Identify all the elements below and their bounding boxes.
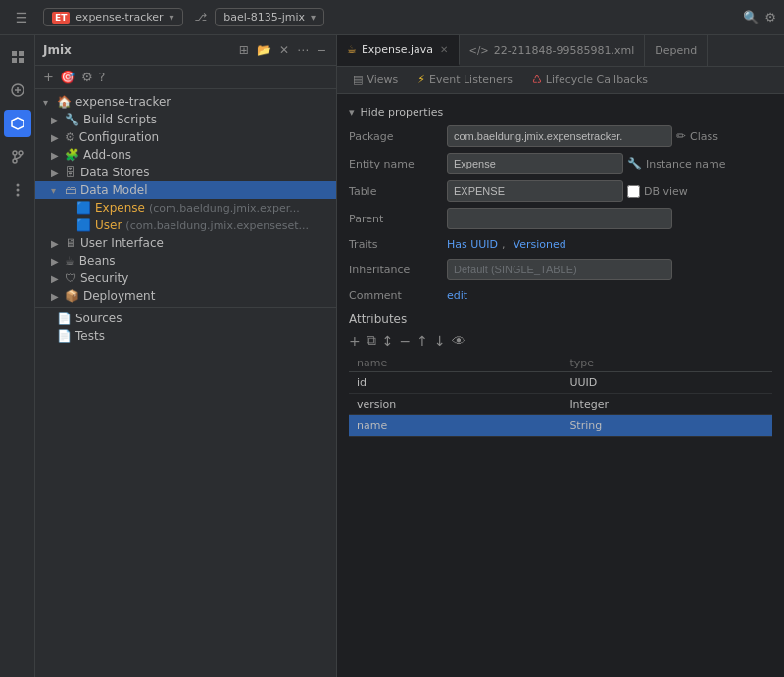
tab-expense-java[interactable]: ☕ Expense.java ✕ <box>337 35 460 66</box>
attr-add-btn[interactable]: + <box>349 333 361 349</box>
attr-copy-btn[interactable]: ⧉ <box>367 332 376 349</box>
tree-locate-btn[interactable]: 🎯 <box>60 70 75 84</box>
comment-edit-link[interactable]: edit <box>447 289 467 302</box>
prop-label-parent: Parent <box>349 213 447 225</box>
table-row[interactable]: name String <box>349 415 772 437</box>
prop-label-traits: Traits <box>349 238 447 251</box>
tree-item-data-model[interactable]: ▾ 🗃 Data Model <box>35 181 336 199</box>
tree-item-tests[interactable]: ▶ 📄 Tests <box>35 327 336 345</box>
entity-name-icon[interactable]: 🔧 <box>627 157 642 170</box>
prop-label-comment: Comment <box>349 289 447 302</box>
attr-up-btn[interactable]: ↑ <box>416 333 428 349</box>
section-hide-properties[interactable]: ▾ Hide properties <box>337 102 784 122</box>
tab-xml[interactable]: </> 22-211848-99585981.xml <box>460 35 646 66</box>
svg-rect-1 <box>19 51 24 56</box>
more-btn[interactable]: ⋯ <box>295 41 311 59</box>
app-menu-icon[interactable]: ☰ <box>8 4 35 31</box>
sidebar-icon-vcs[interactable] <box>4 143 31 170</box>
sidebar-icon-more[interactable] <box>4 176 31 204</box>
tree-item-expense-tracker[interactable]: ▾ 🏠 expense-tracker <box>35 93 336 111</box>
tree-item-sources[interactable]: ▶ 📄 Sources <box>35 310 336 327</box>
tree-item-beans[interactable]: ▶ ☕ Beans <box>35 252 336 269</box>
entity-name-suffix: Instance name <box>646 158 725 170</box>
arrow-icon: ▾ <box>51 185 61 196</box>
designer-tab-event-listeners[interactable]: ⚡ Event Listeners <box>410 71 520 89</box>
package-input[interactable] <box>447 125 672 147</box>
traits-versioned-link[interactable]: Versioned <box>514 238 566 251</box>
tree-item-build-scripts[interactable]: ▶ 🔧 Build Scripts <box>35 111 336 128</box>
project-title[interactable]: ET expense-tracker ▾ <box>43 8 183 26</box>
item-icon: 🟦 <box>76 218 91 232</box>
tree-item-security[interactable]: ▶ 🛡 Security <box>35 269 336 287</box>
item-icon: ⚙ <box>65 130 75 144</box>
prop-label-package: Package <box>349 130 447 143</box>
section-hide-properties-label: Hide properties <box>361 106 444 119</box>
close-btn[interactable]: ✕ <box>277 41 291 59</box>
tree-item-user-interface[interactable]: ▶ 🖥 User Interface <box>35 234 336 252</box>
search-icon[interactable]: 🔍 <box>743 10 759 24</box>
minimize-btn[interactable]: − <box>315 41 328 59</box>
panel-title: Jmix <box>43 43 72 57</box>
section-arrow-icon: ▾ <box>349 106 355 119</box>
settings-icon[interactable]: ⚙ <box>764 10 776 24</box>
tree-label-addons: Add-ons <box>83 148 131 162</box>
attr-name-version: version <box>349 394 562 415</box>
arrow-icon: ▶ <box>51 273 61 284</box>
inheritance-input[interactable] <box>447 259 672 280</box>
tree-label-expense-tracker: expense-tracker <box>75 95 171 109</box>
branch-title[interactable]: bael-8135-jmix ▾ <box>215 8 324 26</box>
tab-close-expense-java[interactable]: ✕ <box>440 44 448 55</box>
tab-depend[interactable]: Depend <box>645 35 708 66</box>
attr-toolbar: + ⧉ ↕ − ↑ ↓ 👁 <box>349 332 772 349</box>
entity-name-input[interactable] <box>447 153 623 174</box>
table-input[interactable] <box>447 180 623 202</box>
sidebar-icon-project[interactable] <box>4 43 31 71</box>
folder-btn[interactable]: 📂 <box>255 41 273 59</box>
tab-label-xml: 22-211848-99585981.xml <box>494 44 635 57</box>
project-dropdown-icon[interactable]: ▾ <box>169 12 173 23</box>
tree-label-tests: Tests <box>75 329 105 343</box>
table-row[interactable]: id UUID <box>349 372 772 394</box>
db-view-checkbox[interactable] <box>627 185 640 198</box>
designer-tab-views-label: Views <box>367 73 398 86</box>
designer-tab-lifecycle-callbacks-label: Lifecycle Callbacks <box>546 73 648 86</box>
file-tree-header: Jmix ⊞ 📂 ✕ ⋯ − <box>35 35 336 66</box>
attr-move-btn[interactable]: ↕ <box>382 333 394 349</box>
attr-name-id: id <box>349 372 562 394</box>
traits-has-uuid-link[interactable]: Has UUID <box>447 238 498 251</box>
prop-value-table: DB view <box>447 180 772 202</box>
item-icon: 🏠 <box>57 95 72 109</box>
tree-settings-btn[interactable]: ⚙ <box>81 70 93 84</box>
prop-label-entity-name: Entity name <box>349 158 447 170</box>
tree-label-build-scripts: Build Scripts <box>83 113 157 126</box>
tree-item-user[interactable]: ▶ 🟦 User (com.baeldung.jmix.expenseset..… <box>35 217 336 234</box>
tree-item-deployment[interactable]: ▶ 📦 Deployment <box>35 287 336 305</box>
tree-sub-expense: (com.baeldung.jmix.exper... <box>149 202 300 215</box>
event-listeners-icon: ⚡ <box>417 73 425 86</box>
branch-dropdown-icon[interactable]: ▾ <box>311 12 316 23</box>
designer-tab-lifecycle-callbacks[interactable]: ♺ Lifecycle Callbacks <box>524 71 656 89</box>
package-edit-icon[interactable]: ✏ <box>676 129 686 143</box>
attr-remove-btn[interactable]: − <box>399 333 411 349</box>
tree-add-btn[interactable]: + <box>43 70 54 84</box>
expand-btn[interactable]: ⊞ <box>237 41 251 59</box>
prop-row-comment: Comment edit <box>337 283 784 307</box>
table-row[interactable]: version Integer <box>349 394 772 415</box>
tree-item-expense[interactable]: ▶ 🟦 Expense (com.baeldung.jmix.exper... <box>35 199 336 217</box>
svg-rect-2 <box>12 58 17 63</box>
sidebar-icon-jmix[interactable] <box>4 110 31 137</box>
traits-comma: , <box>502 238 506 251</box>
designer-tab-views[interactable]: ▤ Views <box>345 71 406 89</box>
svg-point-13 <box>16 194 19 197</box>
attr-eye-btn[interactable]: 👁 <box>452 333 466 349</box>
parent-input[interactable] <box>447 208 672 229</box>
sidebar-icon-add[interactable] <box>4 76 31 104</box>
attr-down-btn[interactable]: ↓ <box>434 333 446 349</box>
tree-item-configuration[interactable]: ▶ ⚙ Configuration <box>35 128 336 146</box>
tree-help-btn[interactable]: ? <box>99 70 106 84</box>
item-icon: 🧩 <box>65 148 79 162</box>
designer-tab-event-listeners-label: Event Listeners <box>429 73 513 86</box>
arrow-icon: ▶ <box>51 168 61 178</box>
tree-item-data-stores[interactable]: ▶ 🗄 Data Stores <box>35 164 336 181</box>
tree-item-addons[interactable]: ▶ 🧩 Add-ons <box>35 146 336 164</box>
